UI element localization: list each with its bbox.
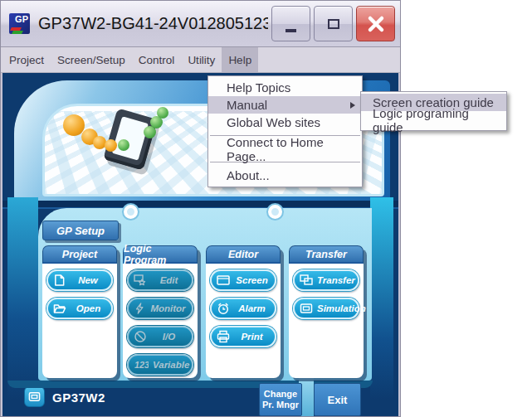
change-pr-mngr-label-line1: Change bbox=[264, 389, 297, 400]
alarm-button-label: Alarm bbox=[234, 303, 270, 313]
variable-button-label: Variable bbox=[153, 360, 189, 370]
screen: GP GP37W2-BG41-24V0128051236... Project … bbox=[0, 0, 532, 417]
model-name-label: GP37W2 bbox=[52, 390, 105, 405]
menu-screen-setup[interactable]: Screen/Setup bbox=[51, 47, 132, 72]
print-button[interactable]: Print bbox=[210, 326, 276, 347]
connect-home-page-label: Connect to Home Page... bbox=[227, 135, 355, 163]
menu-help[interactable]: Help bbox=[222, 47, 258, 72]
transfer-card-title: Transfer bbox=[305, 249, 347, 260]
menu-project-label: Project bbox=[9, 54, 44, 66]
screen-button-label: Screen bbox=[234, 275, 270, 285]
menu-item-about[interactable]: About... bbox=[208, 167, 362, 184]
menu-utility[interactable]: Utility bbox=[181, 47, 222, 72]
menu-control[interactable]: Control bbox=[132, 47, 182, 72]
menu-utility-label: Utility bbox=[188, 54, 215, 66]
titlebar[interactable]: GP GP37W2-BG41-24V0128051236... bbox=[1, 1, 400, 47]
maximize-button[interactable] bbox=[314, 6, 353, 41]
screen-button[interactable]: Screen bbox=[210, 269, 276, 291]
alarm-clock-icon bbox=[217, 302, 230, 315]
screen-window-icon bbox=[217, 274, 230, 287]
transfer-button-label: Transfer bbox=[317, 275, 355, 285]
global-web-sites-label: Global Web sites bbox=[227, 115, 320, 129]
logic-program-card-title: Logic Program bbox=[124, 243, 197, 266]
exit-button[interactable]: Exit bbox=[314, 383, 361, 416]
menu-item-global-web-sites[interactable]: Global Web sites bbox=[208, 114, 362, 131]
app-logo-text: GP bbox=[15, 14, 28, 24]
minimize-button[interactable] bbox=[271, 6, 310, 41]
logic-program-card: Logic Program Edit Monitor bbox=[123, 245, 198, 378]
new-document-icon bbox=[53, 274, 66, 287]
ring-ornament-icon bbox=[124, 205, 138, 219]
transfer-button[interactable]: Transfer bbox=[293, 269, 359, 291]
variable-123-icon: 123 bbox=[134, 358, 149, 371]
gp-model-icon bbox=[24, 386, 45, 407]
app-window: GP GP37W2-BG41-24V0128051236... Project … bbox=[0, 0, 401, 417]
editor-card: Editor Screen bbox=[206, 245, 281, 378]
hmi-screen-graphic bbox=[112, 116, 149, 160]
menu-item-help-topics[interactable]: Help Topics bbox=[208, 79, 362, 96]
lightning-icon bbox=[134, 302, 145, 315]
monitor-button[interactable]: Monitor bbox=[127, 298, 193, 319]
monitor-button-label: Monitor bbox=[149, 303, 187, 313]
transfer-card-header: Transfer bbox=[289, 245, 364, 264]
green-dot-icon bbox=[118, 139, 129, 151]
manual-label: Manual bbox=[227, 98, 267, 112]
change-pr-mngr-button[interactable]: Change Pr. Mngr bbox=[259, 383, 302, 416]
orange-dot-icon bbox=[105, 139, 117, 152]
io-button[interactable]: I/O bbox=[127, 326, 193, 347]
about-label: About... bbox=[227, 168, 270, 182]
gp-setup-button[interactable]: GP Setup bbox=[42, 221, 119, 240]
left-gradient-strip bbox=[7, 197, 38, 400]
close-button[interactable] bbox=[356, 6, 395, 41]
maximize-icon bbox=[328, 19, 339, 29]
green-dot-icon bbox=[157, 107, 168, 119]
project-card: Project New Open bbox=[42, 245, 117, 378]
window-title: GP37W2-BG41-24V0128051236... bbox=[33, 14, 268, 33]
edit-button[interactable]: Edit bbox=[127, 269, 193, 291]
ring-ornament-icon bbox=[268, 205, 282, 219]
simulation-button[interactable]: Simulation bbox=[293, 298, 359, 319]
project-card-title: Project bbox=[62, 249, 97, 260]
minimize-icon bbox=[286, 29, 296, 32]
svg-text:123: 123 bbox=[134, 361, 149, 371]
open-folder-icon bbox=[53, 302, 66, 315]
transfer-monitors-icon bbox=[300, 274, 313, 287]
menu-screen-setup-label: Screen/Setup bbox=[57, 54, 125, 66]
transfer-card: Transfer Transfer bbox=[289, 245, 364, 378]
io-button-label: I/O bbox=[151, 332, 187, 342]
print-icon bbox=[217, 330, 230, 343]
right-gradient-strip bbox=[370, 197, 393, 400]
menu-control-label: Control bbox=[139, 54, 175, 66]
editor-card-title: Editor bbox=[228, 249, 258, 260]
menu-item-connect-home-page[interactable]: Connect to Home Page... bbox=[208, 140, 362, 158]
editor-card-header: Editor bbox=[206, 245, 281, 264]
change-pr-mngr-label-line2: Pr. Mngr bbox=[262, 400, 299, 410]
simulation-button-label: Simulation bbox=[317, 303, 366, 313]
gp-setup-label: GP Setup bbox=[56, 225, 105, 237]
project-card-header: Project bbox=[42, 245, 117, 264]
variable-button[interactable]: 123 Variable bbox=[127, 354, 193, 376]
menubar: Project Screen/Setup Control Utility Hel… bbox=[1, 47, 400, 73]
monitor-icon bbox=[28, 390, 41, 403]
menu-item-manual[interactable]: Manual bbox=[208, 96, 362, 114]
exit-button-label: Exit bbox=[328, 394, 348, 406]
alarm-button[interactable]: Alarm bbox=[210, 298, 276, 319]
menu-help-label: Help bbox=[228, 54, 251, 66]
logic-program-card-header: Logic Program bbox=[123, 245, 198, 264]
close-icon bbox=[367, 15, 385, 33]
new-button-label: New bbox=[70, 275, 106, 285]
help-topics-label: Help Topics bbox=[227, 80, 290, 95]
edit-button-label: Edit bbox=[151, 275, 187, 285]
open-button-label: Open bbox=[71, 303, 106, 313]
new-button[interactable]: New bbox=[46, 269, 113, 291]
no-entry-icon bbox=[134, 330, 147, 343]
app-logo-icon: GP bbox=[9, 13, 30, 34]
app-logo-green-bar bbox=[12, 31, 23, 34]
submenu-item-logic-programing-guide[interactable]: Logic programing guide bbox=[361, 111, 506, 128]
menu-project[interactable]: Project bbox=[2, 47, 51, 72]
logic-programing-guide-label: Logic programing guide bbox=[373, 106, 500, 134]
edit-screen-star-icon bbox=[134, 274, 147, 287]
open-button[interactable]: Open bbox=[46, 298, 113, 319]
help-dropdown-menu: Help Topics Manual Global Web sites Conn… bbox=[207, 75, 363, 187]
simulation-screen-icon bbox=[300, 302, 313, 315]
